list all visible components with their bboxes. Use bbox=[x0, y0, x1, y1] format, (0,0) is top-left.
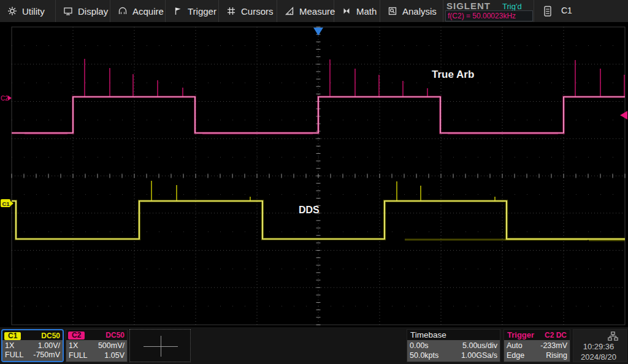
clock-time: 10:29:36 bbox=[573, 342, 624, 351]
measure-ruler-icon bbox=[285, 6, 294, 16]
channel1-badge[interactable]: C1 bbox=[4, 332, 21, 340]
menu-item-label: Display bbox=[78, 6, 108, 17]
menu-item-label: Acquire bbox=[132, 6, 164, 17]
channel1-header: C1 DC50 bbox=[2, 330, 63, 341]
acquire-arch-icon bbox=[118, 6, 128, 16]
annotation-dds: DDS bbox=[299, 205, 320, 215]
menu-item-analysis[interactable]: Analysis bbox=[380, 0, 443, 22]
channel1-scale: 1.00V/ bbox=[38, 342, 60, 350]
channel1-zero-label: C1 bbox=[2, 200, 10, 207]
channel2-header: C2 DC50 bbox=[66, 330, 127, 340]
trigger-settings: Auto-233mV EdgeRising bbox=[504, 340, 570, 362]
timebase-panel[interactable]: Timebase 0.00s5.00us/div 50.0kpts1.00GSa… bbox=[407, 329, 500, 362]
trigger-level-marker bbox=[620, 111, 627, 119]
timebase-title: Timebase bbox=[410, 330, 446, 339]
menu-item-cursors[interactable]: Cursors bbox=[219, 0, 277, 22]
menu-item-label: Utility bbox=[22, 6, 45, 17]
trigger-level: -233mV bbox=[540, 342, 567, 350]
clock-date: 2024/8/20 bbox=[573, 352, 624, 362]
math-bowtie-icon bbox=[342, 6, 351, 16]
top-menu-bar: Utility Display Acquire Trigger Cursors … bbox=[0, 0, 628, 22]
trigger-title: Trigger bbox=[507, 330, 534, 339]
trigger-source: C2 DC bbox=[545, 331, 567, 339]
trigger-position-marker bbox=[313, 28, 323, 36]
menu-item-acquire[interactable]: Acquire bbox=[110, 0, 166, 22]
empty-channel-slot[interactable] bbox=[129, 329, 191, 362]
annotation-true-arb: True Arb bbox=[432, 69, 474, 80]
channel1-bandwidth: FULL bbox=[5, 351, 24, 359]
menu-item-label: Math bbox=[356, 6, 377, 17]
channel2-scale: 500mV/ bbox=[98, 342, 124, 350]
channel1-panel[interactable]: C1 DC50 1X1.00V/ FULL-750mV bbox=[1, 329, 64, 362]
frequency-counter: f(C2) = 50.00023kHz bbox=[445, 10, 533, 21]
trigger-status: Trig'd bbox=[502, 2, 522, 11]
channel2-probe: 1X bbox=[69, 342, 78, 350]
datetime-panel: 10:29:36 2024/8/20 bbox=[573, 329, 627, 362]
trigger-slope: Rising bbox=[546, 352, 567, 360]
gear-icon bbox=[7, 6, 17, 16]
channel-status-block: C1 bbox=[534, 0, 628, 22]
timebase-header: Timebase bbox=[407, 330, 500, 340]
menu-item-measure[interactable]: Measure bbox=[277, 0, 334, 22]
timebase-scale: 5.00us/div bbox=[462, 342, 497, 350]
channel2-offset: 1.05V bbox=[104, 352, 124, 360]
menu-item-label: Analysis bbox=[402, 6, 437, 17]
channel2-settings: 1X500mV/ FULL1.05V bbox=[66, 340, 127, 362]
trigger-type: Edge bbox=[507, 352, 524, 360]
cursors-grid-icon bbox=[226, 6, 236, 16]
channel2-zero-marker: C2 bbox=[1, 95, 9, 102]
trace-core bbox=[12, 97, 625, 133]
trigger-mode: Auto bbox=[507, 342, 523, 350]
crosshair-icon bbox=[161, 336, 161, 357]
waveform-display[interactable]: C2C1 True Arb DDS bbox=[0, 22, 628, 327]
brand-block: SIGLENT Trig'd f(C2) = 50.00023kHz bbox=[443, 0, 534, 22]
timebase-points: 50.0kpts bbox=[410, 352, 438, 360]
graticule bbox=[12, 27, 625, 325]
timebase-rate: 1.00GSa/s bbox=[461, 352, 497, 360]
menu-item-label: Cursors bbox=[241, 6, 274, 17]
trigger-header: Trigger C2 DC bbox=[504, 330, 570, 340]
battery-icon bbox=[544, 6, 551, 17]
trigger-panel[interactable]: Trigger C2 DC Auto-233mV EdgeRising bbox=[504, 329, 570, 362]
active-channel-indicator[interactable]: C1 bbox=[561, 6, 572, 15]
channel1-settings: 1X1.00V/ FULL-750mV bbox=[2, 340, 63, 361]
bottom-status-bar: C1 DC50 1X1.00V/ FULL-750mV C2 DC50 1X50… bbox=[0, 327, 628, 364]
waveform-canvas: C2C1 True Arb DDS bbox=[0, 22, 628, 327]
channel1-offset: -750mV bbox=[33, 351, 60, 359]
analysis-magnifier-icon bbox=[388, 6, 397, 16]
menu-item-trigger[interactable]: Trigger bbox=[166, 0, 219, 22]
siglent-logo: SIGLENT bbox=[446, 1, 491, 11]
channel2-badge[interactable]: C2 bbox=[68, 332, 85, 339]
flag-icon bbox=[173, 6, 183, 16]
frequency-counter-value: f(C2) = 50.00023kHz bbox=[448, 12, 516, 20]
lan-network-icon bbox=[608, 332, 618, 341]
channel2-bandwidth: FULL bbox=[69, 352, 88, 360]
marker-layer: C2C1 bbox=[1, 28, 627, 207]
channel2-zero-arrow bbox=[8, 96, 12, 100]
channel1-probe: 1X bbox=[5, 342, 14, 350]
menu-item-utility[interactable]: Utility bbox=[0, 0, 56, 22]
monitor-icon bbox=[63, 6, 73, 16]
channel2-coupling: DC50 bbox=[105, 331, 124, 339]
timebase-settings: 0.00s5.00us/div 50.0kpts1.00GSa/s bbox=[407, 340, 500, 362]
menu-item-math[interactable]: Math bbox=[334, 0, 380, 22]
menu-item-label: Trigger bbox=[188, 6, 216, 17]
timebase-delay: 0.00s bbox=[410, 342, 429, 350]
channel2-panel[interactable]: C2 DC50 1X500mV/ FULL1.05V bbox=[66, 329, 128, 362]
channel1-coupling: DC50 bbox=[41, 332, 60, 340]
menu-item-label: Measure bbox=[299, 6, 335, 17]
menu-item-display[interactable]: Display bbox=[56, 0, 110, 22]
